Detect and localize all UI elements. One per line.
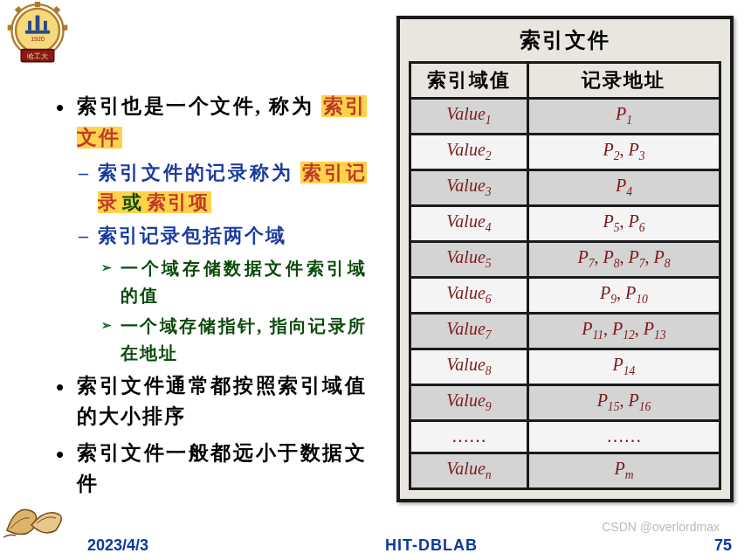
cell-pointer: P9, P10 <box>527 278 720 314</box>
bullet-3-text: 索引记录包括两个域 <box>98 225 286 246</box>
slide: 哈工大 1920 索引也是一个文件, 称为 索引文件 索引文件的记录称为 索引记… <box>0 0 751 560</box>
table-header-col1: 索引域值 <box>410 63 528 99</box>
table-title: 索引文件 <box>409 26 721 54</box>
bullet-4-text: 索引文件通常都按照索引域值的大小排序 <box>77 375 367 428</box>
content-body: 索引也是一个文件, 称为 索引文件 索引文件的记录称为 索引记录或索引项 索引记… <box>16 12 374 560</box>
bullet-2: 索引文件的记录称为 索引记录或索引项 <box>79 158 367 218</box>
svg-rect-12 <box>15 6 23 14</box>
cell-value: Value2 <box>410 135 528 170</box>
svg-rect-2 <box>28 21 31 31</box>
cell-pointer: P4 <box>527 170 720 206</box>
svg-rect-13 <box>52 6 60 14</box>
cell-pointer: P2, P3 <box>527 135 720 170</box>
bullet-5: 索引文件一般都远小于数据文件 <box>51 438 367 500</box>
cell-value: Value1 <box>410 99 528 135</box>
watermark-text: CSDN @overlordmax <box>602 520 720 534</box>
table-header-col2: 记录地址 <box>527 63 720 99</box>
bullet-2-or: 或 <box>121 191 145 213</box>
bullet-3b-text: 一个域存储指针, 指向记录所在地址 <box>121 316 367 363</box>
bullet-2-text: 索引文件的记录称为 <box>98 162 293 183</box>
cell-value: Value8 <box>410 349 528 385</box>
bullet-1: 索引也是一个文件, 称为 索引文件 <box>51 91 367 153</box>
table-row: ValuenPm <box>410 453 720 489</box>
cell-pointer: P15, P16 <box>527 385 720 421</box>
cell-pointer: P7, P8, P7, P8 <box>527 242 720 278</box>
bullet-3a-text: 一个域存储数据文件索引域的值 <box>121 259 367 305</box>
cell-pointer: P5, P6 <box>527 206 720 242</box>
svg-text:哈工大: 哈工大 <box>27 52 48 60</box>
cell-pointer: P14 <box>527 349 720 385</box>
table-row: Value7P11, P12, P13 <box>410 314 720 349</box>
svg-rect-3 <box>44 21 47 31</box>
cell-value: Value9 <box>410 385 528 421</box>
footer: 2023/4/3 HIT-DBLAB 75 <box>0 536 751 555</box>
table-row: Value6P9, P10 <box>410 278 720 314</box>
bullet-3: 索引记录包括两个域 <box>79 221 367 251</box>
cell-pointer: Pm <box>527 453 720 489</box>
bullet-3b: 一个域存储指针, 指向记录所在地址 <box>101 313 367 367</box>
cell-value: Valuen <box>410 453 528 489</box>
cell-value: Value5 <box>410 242 528 278</box>
svg-rect-14 <box>8 25 13 31</box>
footer-date: 2023/4/3 <box>87 536 148 555</box>
bullet-2-hi2: 索引项 <box>145 191 211 213</box>
table-row: Value8P14 <box>410 349 720 385</box>
bullet-3a: 一个域存储数据文件索引域的值 <box>101 255 367 309</box>
svg-rect-11 <box>35 2 40 7</box>
table-row: Value9P15, P16 <box>410 385 720 421</box>
bullet-1-text: 索引也是一个文件, 称为 <box>77 95 313 117</box>
cell-pointer: …… <box>527 421 720 453</box>
bullet-5-text: 索引文件一般都远小于数据文件 <box>77 442 367 495</box>
table-row: Value4P5, P6 <box>410 206 720 242</box>
cell-value: Value7 <box>410 314 528 349</box>
footer-page: 75 <box>714 536 732 555</box>
cell-pointer: P1 <box>527 99 720 135</box>
cell-value: …… <box>410 421 528 453</box>
cell-value: Value4 <box>410 206 528 242</box>
footer-lab: HIT-DBLAB <box>385 536 478 555</box>
table-row: ………… <box>410 421 720 453</box>
cell-pointer: P11, P12, P13 <box>527 314 720 349</box>
index-table: 索引域值 记录地址 Value1P1Value2P2, P3Value3P4Va… <box>409 61 721 490</box>
index-table-panel: 索引文件 索引域值 记录地址 Value1P1Value2P2, P3Value… <box>396 16 734 502</box>
svg-text:1920: 1920 <box>31 36 45 42</box>
table-row: Value3P4 <box>410 170 720 206</box>
cell-value: Value6 <box>410 278 528 314</box>
svg-rect-15 <box>62 25 67 31</box>
table-row: Value5P7, P8, P7, P8 <box>410 242 720 278</box>
cell-value: Value3 <box>410 170 528 206</box>
table-row: Value2P2, P3 <box>410 135 720 170</box>
university-logo-icon: 哈工大 1920 <box>3 2 72 70</box>
bullet-4: 索引文件通常都按照索引域值的大小排序 <box>51 370 367 432</box>
table-row: Value1P1 <box>410 99 720 135</box>
